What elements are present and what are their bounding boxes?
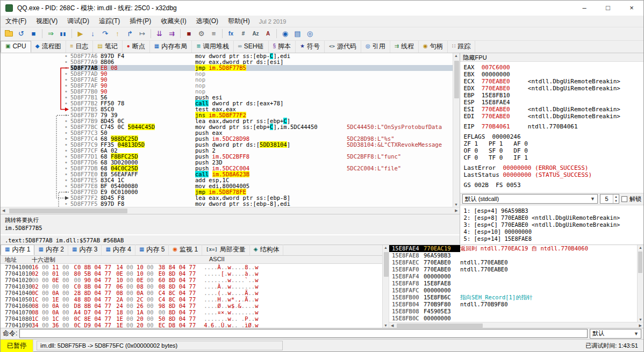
stack-row[interactable]: 15E8FB0C00000000 xyxy=(389,315,637,322)
tab-graph[interactable]: ◆流程图 xyxy=(31,41,66,53)
breakpoint-dot-icon[interactable]: • xyxy=(1,53,70,59)
tab-symbols[interactable]: ★符号 xyxy=(296,41,325,53)
scroll-right-icon[interactable]: ▶ xyxy=(455,209,457,213)
registers-list[interactable]: EAX 007C6000EBX 00000000ECX 770EABE0 <nt… xyxy=(460,62,643,193)
scroll-up-icon[interactable]: ▲ xyxy=(383,246,389,249)
breakpoint-dot-icon[interactable]: • xyxy=(1,118,70,124)
case-icon[interactable]: Az xyxy=(250,28,261,39)
tab-dump-2[interactable]: ▦内存 2 xyxy=(34,245,68,255)
command-input[interactable] xyxy=(19,329,588,338)
scroll-down-icon[interactable]: ▼ xyxy=(383,324,389,327)
tab-memory-map[interactable]: ▦内存布局 xyxy=(150,41,192,53)
scrollbar-thumb[interactable] xyxy=(384,252,389,277)
menu-item[interactable]: 选项(O) xyxy=(191,15,223,27)
skip-icon[interactable]: ↦ xyxy=(137,28,148,39)
checkbox-icon[interactable] xyxy=(621,196,627,202)
font-icon[interactable]: A xyxy=(262,28,274,39)
dump-row[interactable]: 770410400C 00 0A 0028 8D 04 7708 00 0A 0… xyxy=(1,290,382,296)
tab-dump-1[interactable]: ▦内存 1 xyxy=(1,245,34,255)
breakpoint-dot-icon[interactable]: • xyxy=(1,166,70,171)
unlock-checkbox[interactable]: 解锁 xyxy=(621,195,641,203)
pause-icon[interactable]: ▮▮ xyxy=(58,28,69,39)
stack-row[interactable]: 15E8FAFC00000000 xyxy=(389,287,637,294)
dump-row[interactable]: 7704103002 00 00 00C0 8B 04 7706 00 08 0… xyxy=(1,283,382,290)
tab-references[interactable]: ◎引用 xyxy=(361,41,390,53)
breakpoint-dot-icon[interactable]: • xyxy=(1,77,70,83)
scroll-left-icon[interactable]: ◀ xyxy=(2,209,5,213)
dump-vertical-scrollbar[interactable]: ▲ ▼ xyxy=(382,245,389,328)
scroll-down-icon[interactable]: ▼ xyxy=(453,203,460,206)
scroll-up-icon[interactable]: ▲ xyxy=(453,54,460,58)
command-profile-select[interactable]: 默认 ▼ xyxy=(590,329,641,339)
references-icon[interactable]: ▤ xyxy=(292,28,303,39)
register-line[interactable]: EFLAGS 00000246 xyxy=(464,133,643,140)
stack-argument-line[interactable]: 3: [esp+C] 770EABE0 <ntdll.DbgUiRemoteBr… xyxy=(464,221,643,228)
register-line[interactable]: EDX 770EABE0 <ntdll.DbgUiRemoteBreakin> xyxy=(464,85,643,92)
disasm-row[interactable]: •5D8F77AD90nop xyxy=(1,71,453,77)
close-button[interactable]: × xyxy=(620,1,643,16)
dump-row[interactable]: 7704106008 00 0A 00D8 8B 04 7724 00 26 0… xyxy=(1,303,382,309)
stack-row[interactable]: 15E8FAE4770EAC19返回到 ntdll.770EAC19 自 ntd… xyxy=(389,245,637,252)
stack-argument-line[interactable]: 1: [esp+4] 96A59BB3 xyxy=(464,207,643,214)
tab-cpu[interactable]: ▣CPU xyxy=(1,41,31,53)
disasm-row[interactable]: •5D8F77D168 F8BFC25Dpush im.5DC2BFF85DC2… xyxy=(1,154,453,160)
stack-argument-line[interactable]: 2: [esp+8] 770EABE0 <ntdll.DbgUiRemoteBr… xyxy=(464,214,643,221)
stepper-arrows-icon[interactable]: ▲▼ xyxy=(613,195,619,203)
disassembly-horizontal-scrollbar[interactable]: ◀ ▶ xyxy=(1,207,460,214)
stack-horizontal-scrollbar[interactable]: ◀ ▶ xyxy=(389,322,643,328)
breakpoint-dot-icon[interactable]: • xyxy=(1,142,70,148)
breakpoint-dot-icon[interactable]: • xyxy=(1,160,70,166)
breakpoint-dot-icon[interactable]: • xyxy=(1,189,70,195)
restart-icon[interactable]: ↺ xyxy=(16,28,27,39)
register-line[interactable]: EBP 15E8FB10 xyxy=(464,92,643,99)
breakpoint-dot-icon[interactable]: • xyxy=(1,95,70,100)
run-to-user-code-icon[interactable]: ▶ xyxy=(75,28,86,39)
stack-vertical-scrollbar[interactable]: ▲ ▼ xyxy=(637,245,643,322)
tab-breakpoints[interactable]: ●断点 xyxy=(123,41,150,53)
breakpoint-dot-icon[interactable]: • xyxy=(1,124,70,130)
disasm-row[interactable]: •5D8F77B090nop xyxy=(1,89,453,95)
step-over-icon[interactable]: ↷ xyxy=(99,28,111,39)
disasm-row[interactable]: •5D8F77AF90nop xyxy=(1,83,453,89)
menu-item[interactable]: 追踪(T) xyxy=(94,15,125,27)
menu-item[interactable]: 文件(F) xyxy=(1,15,31,27)
maximize-button[interactable]: □ xyxy=(596,1,620,16)
register-line[interactable]: ZF 1 PF 1 AF 0 xyxy=(464,140,643,147)
register-line[interactable]: GS 002B FS 0053 xyxy=(464,182,643,189)
dump-row[interactable]: 7704101002 00 01 0080 5B 04 770E 00 10 0… xyxy=(1,270,382,277)
trace-into-icon[interactable]: ⇊ xyxy=(154,28,165,39)
register-line[interactable]: ECX 770EABE0 <ntdll.DbgUiRemoteBreakin> xyxy=(464,78,643,85)
breakpoint-dot-icon[interactable]: • xyxy=(1,177,70,183)
tab-struct[interactable]: ◈结构体 xyxy=(250,245,284,255)
menu-item[interactable]: 插件(P) xyxy=(125,15,156,27)
disassembly-view[interactable]: •5D8F77A6897D F4mov dword ptr ss:[ebp-C]… xyxy=(1,53,453,207)
hash-icon[interactable]: # xyxy=(238,28,249,39)
breakpoint-dot-icon[interactable]: • xyxy=(1,136,70,142)
breakpoint-dot-icon[interactable]: • xyxy=(1,71,70,77)
tab-dump-4[interactable]: ▦内存 4 xyxy=(102,245,135,255)
tab-script[interactable]: §脚本 xyxy=(269,41,296,53)
register-line[interactable]: EDI 770EABE0 <ntdll.DbgUiRemoteBreakin> xyxy=(464,113,643,120)
dump-row[interactable]: 770410801C 00 1C 000C 8E 04 771E 00 20 0… xyxy=(1,315,382,322)
register-line[interactable]: ESI 770EABE0 <ntdll.DbgUiRemoteBreakin> xyxy=(464,106,643,113)
stack-row[interactable]: 15E8FAF0770EABE0ntdll.770EABE0 xyxy=(389,266,637,273)
tab-dump-5[interactable]: ▦内存 5 xyxy=(135,245,169,255)
stack-row[interactable]: 15E8FAF400000000 xyxy=(389,273,637,280)
stack-rows[interactable]: 15E8FAE4770EAC19返回到 ntdll.770EAC19 自 ntd… xyxy=(389,245,637,322)
breakpoint-dot-icon[interactable]: • xyxy=(1,148,70,154)
tab-locals[interactable]: [x=]局部变量 xyxy=(202,245,250,255)
scroll-up-icon[interactable]: ▲ xyxy=(638,246,643,249)
disasm-row[interactable]: •5D8F77ABEB 08jmp im.5D8F77B5 xyxy=(1,65,453,71)
stack-argument-line[interactable]: 5: [esp+14] 15E8FAE8 xyxy=(464,235,643,242)
menu-item[interactable]: 收藏夹(I) xyxy=(156,15,191,27)
function-icon[interactable]: fx xyxy=(225,28,237,39)
tab-source[interactable]: <>源代码 xyxy=(325,41,361,53)
stack-row[interactable]: 15E8FB04770B9F80ntdll.770B9F80 xyxy=(389,301,637,308)
disasm-row[interactable]: •5D8F77C9FF35 04813D5Dpush dword ptr ds:… xyxy=(1,142,453,148)
scrollbar-thumb[interactable] xyxy=(397,324,483,328)
stack-row[interactable]: 15E8FB0015E8FB6C指向SEH_Record[1]的指针 xyxy=(389,294,637,301)
dump-row[interactable]: 7704102000 00 0E 0000 90 04 7710 00 0E 0… xyxy=(1,277,382,283)
disasm-row[interactable]: •5D8F77AE90nop xyxy=(1,77,453,83)
minimize-button[interactable]: – xyxy=(573,1,596,16)
tab-threads[interactable]: ⇉线程 xyxy=(390,41,419,53)
